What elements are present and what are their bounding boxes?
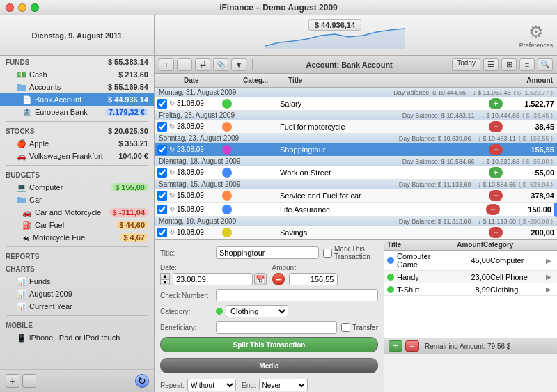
sidebar-charts-header: CHARTS (0, 262, 154, 275)
category-select[interactable]: Clothing Computer Cell Phone Food (226, 305, 288, 317)
sidebar-remove-button[interactable]: – (22, 374, 36, 388)
table-row[interactable]: ↻ 18.08.09 Work on Street + 55,00 (155, 166, 557, 180)
split-button[interactable]: Split This Transaction (160, 337, 378, 352)
chart-amount: $ 44.936,14 (308, 19, 361, 31)
check-number-input[interactable] (216, 289, 378, 301)
date-input[interactable] (173, 273, 253, 285)
txn-checkbox[interactable] (157, 191, 167, 201)
split-row[interactable]: Handy 23,00 Cell Phone ▶ (384, 271, 557, 283)
close-button[interactable] (6, 3, 14, 12)
split-add-button[interactable]: + (389, 340, 402, 352)
category-col-header[interactable]: Categ... (243, 77, 288, 84)
iphone-icon: 📱 (17, 334, 26, 343)
car-motorcycle-icon: 🚗 (22, 208, 32, 217)
date-col-header[interactable]: Date (184, 77, 229, 84)
sidebar-item-european-bank[interactable]: 🏦 European Bank 7.179,32 € (0, 106, 154, 118)
attachment-button[interactable]: 📎 (213, 58, 228, 71)
minimize-button[interactable] (18, 3, 26, 12)
end-label: End: (242, 382, 256, 389)
mark-transaction-checkbox[interactable] (323, 249, 332, 258)
sign-minus: − (489, 227, 503, 238)
beneficiary-label: Beneficiary: (160, 324, 216, 331)
sidebar-item-august-chart[interactable]: 📊 August 2009 (0, 288, 154, 300)
split-remove-button[interactable]: − (405, 340, 419, 352)
split-row[interactable]: Computer Game 45,00 Computer ▶ (384, 251, 557, 271)
sidebar-item-bank-account[interactable]: 📄 Bank Account $ 44.936,14 (0, 93, 154, 106)
sidebar-date-area: Dienstag, 9. August 2011 (0, 15, 155, 55)
split-arrow[interactable]: ▶ (546, 273, 554, 281)
title-col-header[interactable]: Title (288, 77, 497, 84)
sidebar-item-volkswagen[interactable]: 🚗 Volkswagen Frankfurt 104,00 € (0, 150, 154, 162)
transfer-button[interactable]: ⇄ (195, 58, 210, 71)
table-row[interactable]: ↻ 15.08.09 Service and Fuel for car − 37… (155, 189, 557, 203)
calendar-button[interactable]: 📅 (254, 273, 267, 285)
amount-col-header[interactable]: Amount (497, 77, 553, 84)
sidebar-item-car-motorcycle[interactable]: 🚗 Car and Motorcycle $ -311,04 (0, 206, 154, 219)
table-row[interactable]: ↻ 28.08.09 Fuel for motorcycle − 38,45 (155, 120, 557, 134)
preferences-button[interactable]: ⚙ Preferences (515, 15, 557, 55)
txn-checkbox[interactable] (157, 205, 167, 214)
txn-checkbox[interactable] (157, 122, 167, 132)
svg-rect-1 (17, 84, 21, 86)
txn-checkbox[interactable] (157, 228, 167, 237)
date-up-button[interactable]: ▲ (160, 273, 170, 279)
refresh-icon: ↻ (169, 168, 175, 176)
sidebar-stocks-header[interactable]: STOCKS $ 20.625,30 (0, 125, 154, 137)
sidebar-item-car[interactable]: Car (0, 194, 154, 206)
sync-button[interactable]: ↻ (135, 374, 149, 388)
beneficiary-input[interactable] (216, 321, 337, 334)
split-arrow[interactable]: ▶ (546, 257, 554, 265)
maximize-button[interactable] (31, 3, 39, 12)
split-row[interactable]: T-Shirt 8,99 Clothing ▶ (384, 283, 557, 296)
sidebar-item-computer[interactable]: 💻 Computer $ 155,00 (0, 181, 154, 194)
table-row[interactable]: ↻ 15.08.09 Life Assurance − 150,00 (155, 203, 557, 217)
table-row[interactable]: ↻ 10.08.09 Savings − 200,00 (155, 226, 557, 239)
media-button[interactable]: Media (160, 358, 378, 373)
amount-input[interactable] (289, 273, 338, 285)
remove-transaction-button[interactable]: − (177, 58, 192, 71)
view-detail-button[interactable]: ≡ (519, 58, 535, 71)
sidebar-item-funds-chart[interactable]: 📊 Funds (0, 275, 154, 288)
date-stepper[interactable]: ▲ ▼ (160, 273, 170, 285)
sidebar-item-cash[interactable]: 💵 Cash $ 213,60 (0, 68, 154, 81)
apple-icon: 🍎 (17, 139, 26, 148)
sidebar-item-apple[interactable]: 🍎 Apple $ 353,21 (0, 137, 154, 150)
txn-checkbox[interactable] (157, 168, 167, 178)
txn-checkbox[interactable] (157, 99, 167, 109)
end-select[interactable]: Never After On Date (259, 379, 308, 391)
sidebar-item-car-fuel[interactable]: ⛽ Car Fuel $ 44,60 (0, 219, 154, 231)
sort-button[interactable]: ▼ (231, 58, 246, 71)
sidebar-item-current-year[interactable]: 📊 Current Year (0, 300, 154, 313)
split-category-header: Category (483, 241, 546, 249)
fuel-icon: ⛽ (22, 221, 32, 230)
view-grid-button[interactable]: ⊞ (501, 58, 517, 71)
amount-sign-button[interactable]: − (272, 273, 285, 285)
sign-minus: − (489, 190, 503, 201)
sidebar-add-button[interactable]: + (6, 374, 19, 388)
split-arrow[interactable]: ▶ (546, 285, 554, 293)
august-chart-icon: 📊 (17, 290, 26, 299)
title-input[interactable] (216, 246, 319, 259)
repeat-select[interactable]: Without Daily Weekly Monthly (187, 379, 236, 391)
txn-checkbox[interactable] (157, 145, 167, 155)
refresh-icon: ↻ (169, 100, 175, 107)
sidebar-item-iphone[interactable]: 📱 iPhone, iPad or iPod touch (0, 331, 154, 344)
table-row[interactable]: ↻ 31.08.09 Salary + 1.522,77 (155, 97, 557, 111)
search-button[interactable]: 🔍 (538, 58, 553, 71)
today-button[interactable]: Today (452, 58, 480, 71)
view-list-button[interactable]: ☰ (483, 58, 499, 71)
sidebar-item-accounts[interactable]: Accounts $ 55.169,54 (0, 81, 154, 93)
table-row[interactable]: ↻ 23.08.09 Shoppingtour − 156,55 (155, 143, 557, 157)
date-down-button[interactable]: ▼ (160, 279, 170, 285)
window-controls[interactable] (6, 3, 39, 12)
bank-icon: 🏦 (22, 108, 32, 117)
add-transaction-button[interactable]: + (159, 58, 174, 71)
date-amount-row: Date: ▲ ▼ 📅 Amount: − (160, 264, 378, 285)
sidebar-funds-header[interactable]: FUNDS $ 55.383,14 (0, 56, 154, 68)
sign-minus: − (489, 144, 503, 155)
sign-plus: + (489, 167, 503, 178)
sidebar-item-motorcycle-fuel[interactable]: 🏍 Motorcycle Fuel $ 4,67 (0, 231, 154, 244)
category-color-dot (216, 308, 223, 315)
category-dot (222, 168, 232, 178)
transfer-checkbox[interactable] (341, 323, 350, 332)
